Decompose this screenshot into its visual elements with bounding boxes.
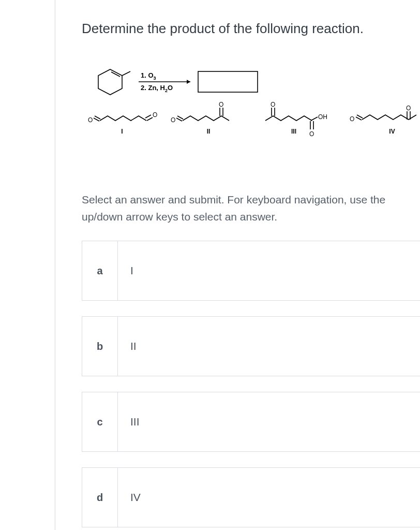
answer-text: III [118,392,420,452]
answer-list: a I b II c III d IV [82,241,420,527]
svg-text:O: O [171,116,175,124]
answer-option-c[interactable]: c III [82,392,420,452]
reagent-1-sub: 3 [154,76,156,81]
svg-text:O: O [88,116,93,124]
left-gutter [0,0,54,530]
answer-text: I [118,241,420,301]
reaction-scheme: 1. O3 2. Zn, H2O O O I [87,65,420,160]
reactant-structure [98,69,130,95]
product-4-label: IV [389,128,395,135]
answer-text: II [118,316,420,376]
svg-text:O: O [406,105,411,112]
content-area: Determine the product of the following r… [56,0,420,527]
answer-option-a[interactable]: a I [82,241,420,301]
product-2-label: II [207,128,211,135]
svg-text:2.  Zn, H2O: 2. Zn, H2O [141,84,173,93]
instructions-text: Select an answer and submit. For keyboar… [82,192,420,225]
svg-marker-0 [98,69,122,95]
answer-option-b[interactable]: b II [82,316,420,376]
svg-text:O: O [350,115,354,123]
svg-line-10 [145,115,151,118]
product-1-structure: O O [88,111,157,124]
svg-text:O: O [309,130,314,138]
reagent-1: 1. O [141,71,154,79]
svg-text:O: O [271,101,275,108]
product-2-structure: O O [171,101,229,124]
product-box[interactable] [198,71,258,92]
answer-option-d[interactable]: d IV [82,467,420,527]
svg-line-22 [311,117,318,121]
answer-letter: b [82,316,118,376]
svg-line-11 [147,117,153,121]
answer-letter: a [82,241,118,301]
question-title: Determine the product of the following r… [82,21,420,37]
svg-text:O: O [153,111,157,119]
product-3-label: III [291,128,296,135]
reagent-2: 2. Zn, H [141,84,165,92]
answer-letter: c [82,392,118,452]
svg-marker-4 [187,80,190,84]
answer-text: IV [118,467,420,527]
reagent-2-suffix: O [168,84,173,92]
svg-text:1.  O3: 1. O3 [141,71,156,81]
oh-label: OH [318,113,327,121]
reaction-arrow-group: 1. O3 2. Zn, H2O [139,71,190,93]
reaction-svg: 1. O3 2. Zn, H2O O O I [87,65,420,158]
svg-line-2 [122,71,130,76]
product-4-structure: O O [350,105,416,123]
product-1-label: I [121,128,123,135]
svg-text:O: O [219,101,223,108]
answer-letter: d [82,467,118,527]
